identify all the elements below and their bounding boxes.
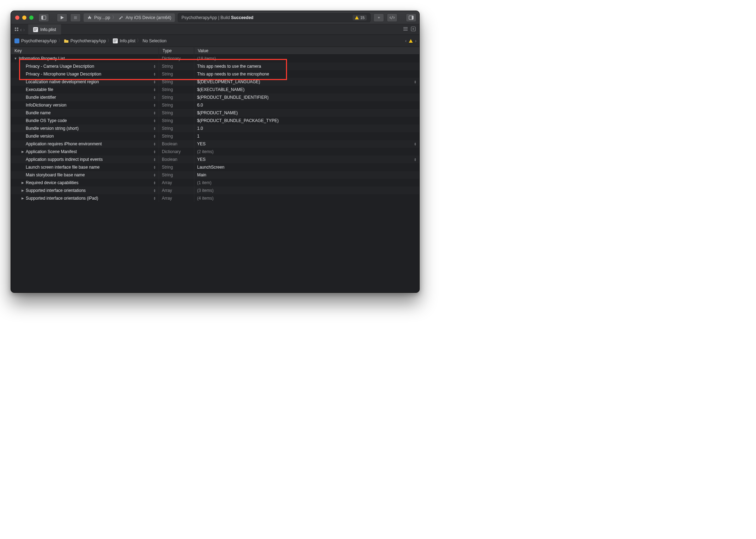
plist-row[interactable]: Bundle identifier▲▼String$(PRODUCT_BUNDL… [11,93,419,101]
plist-row[interactable]: Launch screen interface file base name▲▼… [11,163,419,171]
plist-key[interactable]: Supported interface orientations (iPad) [26,196,98,201]
plist-value[interactable]: LaunchScreen [197,165,224,170]
plist-value[interactable]: (3 items) [197,188,214,193]
plist-type[interactable]: String [159,171,194,179]
key-stepper[interactable]: ▲▼ [153,103,156,107]
toggle-right-panel-button[interactable] [406,13,416,22]
key-stepper[interactable]: ▲▼ [153,150,156,153]
stop-button[interactable] [70,13,81,22]
plist-type[interactable]: String [159,117,194,125]
key-stepper[interactable]: ▲▼ [153,134,156,138]
plist-key[interactable]: Bundle version [26,134,54,139]
plist-value[interactable]: (2 items) [197,149,214,154]
next-issue-button[interactable]: › [415,38,416,43]
key-stepper[interactable]: ▲▼ [153,189,156,192]
plist-type[interactable]: String [159,109,194,117]
plist-value[interactable]: (4 items) [197,196,214,201]
activity-view[interactable]: PsychotherapyApp | Build Succeeded 15 [178,13,371,22]
plist-row[interactable]: Bundle version▲▼String1 [11,132,419,140]
plist-value[interactable]: This app needs to use the camera [197,64,261,69]
crumb-selection[interactable]: No Selection [142,38,167,43]
plist-value[interactable]: Main [197,172,206,177]
value-stepper[interactable]: ▲▼ [414,158,416,161]
plist-value[interactable]: This app needs to use the microphone [197,72,269,77]
key-stepper[interactable]: ▲▼ [153,65,156,68]
plist-value[interactable]: 1.0 [197,126,203,131]
plist-row[interactable]: ▶Supported interface orientations▲▼Array… [11,187,419,194]
plist-value[interactable]: $(PRODUCT_BUNDLE_PACKAGE_TYPE) [197,118,279,123]
plist-key[interactable]: Bundle version string (short) [26,126,79,131]
crumb-project[interactable]: PsychotherapyApp [14,38,57,43]
plist-type[interactable]: Array [159,179,194,187]
close-window-button[interactable] [15,16,19,20]
value-stepper[interactable]: ▲▼ [414,142,416,146]
plist-key[interactable]: Required device capabilities [26,180,78,185]
zoom-window-button[interactable] [29,16,33,20]
key-stepper[interactable]: ▲▼ [153,111,156,115]
plist-key[interactable]: Launch screen interface file base name [26,165,99,170]
related-items-button[interactable] [14,27,19,32]
plist-key[interactable]: Bundle identifier [26,95,56,100]
plist-value[interactable]: 6.0 [197,103,203,108]
key-stepper[interactable]: ▲▼ [153,158,156,161]
plist-type[interactable]: String [159,93,194,101]
add-editor-button[interactable] [411,26,416,32]
prev-issue-button[interactable]: ‹ [405,38,407,43]
plist-key[interactable]: Privacy - Camera Usage Description [26,64,94,69]
crumb-folder[interactable]: PsychotherapyApp [63,38,107,43]
plist-key[interactable]: Main storyboard file base name [26,172,85,177]
run-button[interactable] [57,13,67,22]
plist-type[interactable]: Array [159,194,194,202]
plist-row[interactable]: ▶Supported interface orientations (iPad)… [11,194,419,202]
plist-key[interactable]: Information Property List [19,56,65,61]
plist-type[interactable]: Boolean [159,156,194,163]
plist-type[interactable]: Dictionary [159,148,194,156]
plist-row[interactable]: Bundle version string (short)▲▼String1.0 [11,125,419,132]
plist-type[interactable]: Boolean [159,140,194,148]
key-stepper[interactable]: ▲▼ [153,196,156,200]
key-stepper[interactable]: ▲▼ [153,119,156,122]
plist-key[interactable]: Application supports indirect input even… [26,157,103,162]
editor-options-menu[interactable] [403,26,408,32]
minimize-window-button[interactable] [22,16,26,20]
plist-value[interactable]: $(DEVELOPMENT_LANGUAGE) [197,79,260,84]
disclosure-triangle[interactable]: ▼ [14,57,17,60]
key-stepper[interactable]: ▲▼ [153,88,156,91]
plist-row[interactable]: ▼Information Property ListDictionary(18 … [11,55,419,62]
plist-type[interactable]: Dictionary [159,55,194,62]
plist-value[interactable]: $(PRODUCT_BUNDLE_IDENTIFIER) [197,95,269,100]
plist-key[interactable]: Supported interface orientations [26,188,86,193]
key-stepper[interactable]: ▲▼ [153,72,156,76]
plist-grid[interactable]: ▼Information Property ListDictionary(18 … [11,55,419,202]
key-stepper[interactable]: ▲▼ [153,173,156,177]
plist-row[interactable]: Main storyboard file base name▲▼StringMa… [11,171,419,179]
col-header-key[interactable]: Key [11,47,159,54]
disclosure-triangle[interactable]: ▶ [21,189,24,192]
plist-row[interactable]: ▶Required device capabilities▲▼Array(1 i… [11,179,419,187]
forward-button[interactable]: › [23,27,25,32]
plist-type[interactable]: String [159,62,194,70]
plist-row[interactable]: Application requires iPhone environment▲… [11,140,419,148]
key-stepper[interactable]: ▲▼ [153,96,156,99]
plist-type[interactable]: String [159,70,194,78]
key-stepper[interactable]: ▲▼ [153,181,156,184]
key-stepper[interactable]: ▲▼ [153,127,156,130]
plist-type[interactable]: String [159,101,194,109]
plist-value[interactable]: YES [197,141,206,146]
plist-value[interactable]: $(PRODUCT_NAME) [197,110,238,115]
plist-key[interactable]: Application Scene Manifest [26,149,77,154]
plist-type[interactable]: String [159,163,194,171]
col-header-value[interactable]: Value [194,47,419,54]
plist-key[interactable]: Privacy - Microphone Usage Description [26,72,101,77]
disclosure-triangle[interactable]: ▶ [21,150,24,153]
key-stepper[interactable]: ▲▼ [153,165,156,169]
plist-type[interactable]: String [159,86,194,93]
key-stepper[interactable]: ▲▼ [153,142,156,146]
plist-value[interactable]: YES [197,157,206,162]
plist-row[interactable]: Localization native development region▲▼… [11,78,419,86]
library-button[interactable]: ＋ [373,13,384,22]
col-header-type[interactable]: Type [159,47,194,54]
plist-key[interactable]: Application requires iPhone environment [26,141,102,146]
disclosure-triangle[interactable]: ▶ [21,196,24,200]
plist-row[interactable]: Bundle OS Type code▲▼String$(PRODUCT_BUN… [11,117,419,125]
